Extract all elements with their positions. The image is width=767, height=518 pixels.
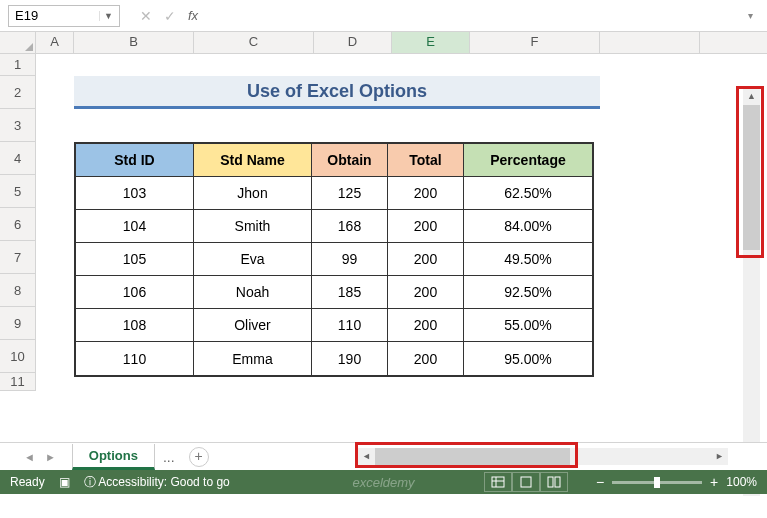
col-header-f[interactable]: F (470, 32, 600, 53)
formula-expand-icon[interactable]: ▾ (748, 10, 759, 21)
col-header-b[interactable]: B (74, 32, 194, 53)
table-row: 104 Smith 168 200 84.00% (76, 210, 592, 243)
cell[interactable]: 49.50% (464, 243, 592, 276)
accessibility-status[interactable]: ⓘ Accessibility: Good to go (84, 474, 230, 491)
cell[interactable]: 168 (312, 210, 388, 243)
table-row: 105 Eva 99 200 49.50% (76, 243, 592, 276)
col-header-d[interactable]: D (314, 32, 392, 53)
cell[interactable]: 185 (312, 276, 388, 309)
row-header[interactable]: 10 (0, 340, 35, 373)
normal-view-button[interactable] (484, 472, 512, 492)
zoom-slider-thumb[interactable] (654, 477, 660, 488)
cell[interactable]: 110 (76, 342, 194, 375)
cell[interactable]: 95.00% (464, 342, 592, 375)
header-std-name[interactable]: Std Name (194, 144, 312, 177)
row-header[interactable]: 7 (0, 241, 35, 274)
zoom-controls: − + 100% (596, 474, 757, 490)
cell[interactable]: 200 (388, 210, 464, 243)
view-buttons (484, 472, 568, 492)
rows-area: 1 2 3 4 5 6 7 8 9 10 11 Use of Excel Opt… (0, 54, 767, 391)
cell[interactable]: 200 (388, 177, 464, 210)
page-break-view-button[interactable] (540, 472, 568, 492)
sheet-tabs-bar: ◄ ► Options ... + ◄ ► (0, 442, 767, 470)
scroll-right-icon[interactable]: ► (711, 448, 728, 465)
col-header-e[interactable]: E (392, 32, 470, 53)
name-box[interactable]: ▼ (8, 5, 120, 27)
cell[interactable]: 200 (388, 243, 464, 276)
row-header[interactable]: 4 (0, 142, 35, 175)
cell[interactable]: 106 (76, 276, 194, 309)
cell[interactable]: Jhon (194, 177, 312, 210)
row-header[interactable]: 5 (0, 175, 35, 208)
status-left: Ready ▣ ⓘ Accessibility: Good to go (10, 474, 230, 491)
row-header[interactable]: 9 (0, 307, 35, 340)
row-header[interactable]: 11 (0, 373, 35, 391)
cell[interactable]: 190 (312, 342, 388, 375)
svg-rect-4 (548, 477, 553, 487)
grid-container: A B C D E F 1 2 3 4 5 6 7 8 9 10 11 (0, 32, 767, 442)
cell[interactable]: Oliver (194, 309, 312, 342)
zoom-out-button[interactable]: − (596, 474, 604, 490)
table-row: 110 Emma 190 200 95.00% (76, 342, 592, 375)
cells-grid[interactable]: Use of Excel Options Std ID Std Name Obt… (36, 54, 767, 391)
cell[interactable]: Smith (194, 210, 312, 243)
tab-next-icon[interactable]: ► (45, 451, 56, 463)
cell[interactable]: Noah (194, 276, 312, 309)
cell[interactable]: 125 (312, 177, 388, 210)
add-sheet-button[interactable]: + (189, 447, 209, 467)
horizontal-scroll-highlight (355, 442, 578, 468)
formula-input[interactable] (218, 6, 738, 26)
confirm-icon: ✓ (164, 8, 176, 24)
row-header[interactable]: 8 (0, 274, 35, 307)
col-header-a[interactable]: A (36, 32, 74, 53)
macro-record-icon[interactable]: ▣ (59, 475, 70, 489)
name-box-dropdown[interactable]: ▼ (99, 11, 117, 21)
fx-button[interactable]: fx (188, 8, 198, 23)
cell[interactable]: 200 (388, 342, 464, 375)
cell[interactable]: 62.50% (464, 177, 592, 210)
table-row: 108 Oliver 110 200 55.00% (76, 309, 592, 342)
cell[interactable]: Eva (194, 243, 312, 276)
cell[interactable]: 84.00% (464, 210, 592, 243)
zoom-slider[interactable] (612, 481, 702, 484)
worksheet-area: A B C D E F 1 2 3 4 5 6 7 8 9 10 11 (0, 32, 767, 442)
header-obtain[interactable]: Obtain (312, 144, 388, 177)
zoom-level[interactable]: 100% (726, 475, 757, 489)
page-layout-view-button[interactable] (512, 472, 540, 492)
row-header[interactable]: 6 (0, 208, 35, 241)
header-percentage[interactable]: Percentage (464, 144, 592, 177)
cell[interactable]: 103 (76, 177, 194, 210)
row-header[interactable]: 3 (0, 109, 35, 142)
cell[interactable]: 99 (312, 243, 388, 276)
cell[interactable]: 105 (76, 243, 194, 276)
header-total[interactable]: Total (388, 144, 464, 177)
formula-bar-row: ▼ ✕ ✓ fx ▾ (0, 0, 767, 32)
tab-prev-icon[interactable]: ◄ (24, 451, 35, 463)
sheet-tab-options[interactable]: Options (72, 444, 155, 470)
name-box-input[interactable] (9, 6, 99, 25)
select-all-corner[interactable] (0, 32, 36, 53)
row-header[interactable]: 2 (0, 76, 35, 109)
sheet-title[interactable]: Use of Excel Options (74, 76, 600, 109)
cell[interactable]: 108 (76, 309, 194, 342)
cell[interactable]: 92.50% (464, 276, 592, 309)
col-header-c[interactable]: C (194, 32, 314, 53)
data-table: Std ID Std Name Obtain Total Percentage … (74, 142, 594, 377)
cell[interactable]: 55.00% (464, 309, 592, 342)
svg-rect-5 (555, 477, 560, 487)
table-row: 106 Noah 185 200 92.50% (76, 276, 592, 309)
col-header-blank[interactable] (600, 32, 700, 53)
zoom-in-button[interactable]: + (710, 474, 718, 490)
cell[interactable]: 200 (388, 309, 464, 342)
status-ready: Ready (10, 475, 45, 489)
tab-more-button[interactable]: ... (155, 449, 183, 465)
tab-navigation: ◄ ► (8, 451, 72, 463)
cell[interactable]: Emma (194, 342, 312, 375)
cell[interactable]: 104 (76, 210, 194, 243)
row-header[interactable]: 1 (0, 54, 35, 76)
header-std-id[interactable]: Std ID (76, 144, 194, 177)
row-headers: 1 2 3 4 5 6 7 8 9 10 11 (0, 54, 36, 391)
cell[interactable]: 200 (388, 276, 464, 309)
status-bar: Ready ▣ ⓘ Accessibility: Good to go exce… (0, 470, 767, 494)
cell[interactable]: 110 (312, 309, 388, 342)
